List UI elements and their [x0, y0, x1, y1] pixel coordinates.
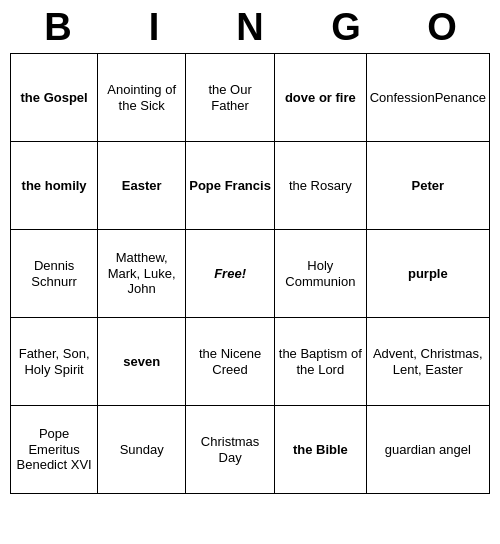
bingo-cell: Dennis Schnurr [11, 230, 98, 318]
table-row: Pope Emeritus Benedict XVISundayChristma… [11, 406, 490, 494]
bingo-cell: the Baptism of the Lord [275, 318, 367, 406]
bingo-letter: N [206, 6, 294, 49]
bingo-cell: the Rosary [275, 142, 367, 230]
bingo-letter: B [14, 6, 102, 49]
bingo-cell: Free! [186, 230, 275, 318]
bingo-letter: G [302, 6, 390, 49]
bingo-letter: I [110, 6, 198, 49]
bingo-cell: guardian angel [366, 406, 489, 494]
bingo-cell: the Nicene Creed [186, 318, 275, 406]
bingo-cell: Anointing of the Sick [98, 54, 186, 142]
bingo-cell: the Bible [275, 406, 367, 494]
bingo-cell: Pope Emeritus Benedict XVI [11, 406, 98, 494]
bingo-cell: seven [98, 318, 186, 406]
bingo-cell: Holy Communion [275, 230, 367, 318]
bingo-grid: the GospelAnointing of the Sickthe Our F… [10, 53, 490, 494]
bingo-cell: the homily [11, 142, 98, 230]
bingo-letter: O [398, 6, 486, 49]
bingo-cell: the Gospel [11, 54, 98, 142]
table-row: the GospelAnointing of the Sickthe Our F… [11, 54, 490, 142]
bingo-cell: Pope Francis [186, 142, 275, 230]
bingo-cell: Christmas Day [186, 406, 275, 494]
bingo-header: BINGO [10, 0, 490, 53]
table-row: the homilyEasterPope Francisthe RosaryPe… [11, 142, 490, 230]
bingo-cell: Sunday [98, 406, 186, 494]
bingo-cell: Advent, Christmas, Lent, Easter [366, 318, 489, 406]
bingo-cell: Matthew, Mark, Luke, John [98, 230, 186, 318]
bingo-cell: the Our Father [186, 54, 275, 142]
bingo-cell: Easter [98, 142, 186, 230]
bingo-cell: ConfessionPenance [366, 54, 489, 142]
table-row: Father, Son, Holy Spiritseventhe Nicene … [11, 318, 490, 406]
bingo-cell: purple [366, 230, 489, 318]
bingo-cell: dove or fire [275, 54, 367, 142]
bingo-cell: Father, Son, Holy Spirit [11, 318, 98, 406]
table-row: Dennis SchnurrMatthew, Mark, Luke, JohnF… [11, 230, 490, 318]
bingo-cell: Peter [366, 142, 489, 230]
